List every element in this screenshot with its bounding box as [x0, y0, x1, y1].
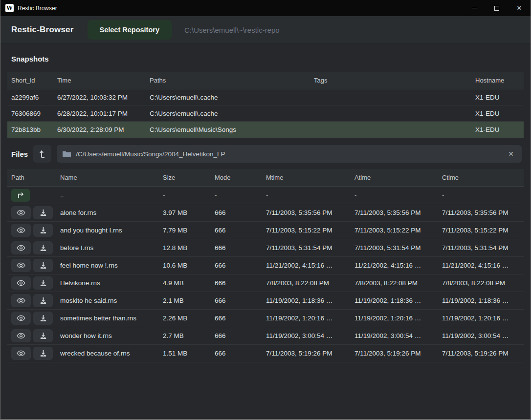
current-path-bar[interactable]: /C/Users/emuell/Music/Songs/2004_Helveti…: [57, 145, 522, 163]
file-name: moskito he said.rns: [56, 297, 159, 304]
file-mode: -: [211, 191, 262, 199]
preview-file-button[interactable]: [11, 224, 31, 237]
select-repository-button[interactable]: Select Repository: [88, 20, 172, 40]
file-atime: 7/11/2003, 5:31:54 PM: [351, 244, 438, 252]
file-atime: 11/19/2002, 3:00:54 …: [351, 332, 438, 339]
eye-icon: [17, 297, 25, 304]
file-row[interactable]: sometimes better than.rns 2.26 MB 666 11…: [7, 310, 524, 327]
parent-directory-row[interactable]: .. - - - - -: [7, 187, 524, 204]
file-size: 2.7 MB: [159, 332, 211, 339]
snapshot-time: 6/28/2022, 10:01:17 PM: [53, 110, 146, 117]
column-header-mtime: Mtime: [262, 174, 351, 181]
file-mtime: 7/11/2003, 5:19:26 PM: [262, 350, 351, 357]
file-size: 3.97 MB: [159, 209, 211, 216]
arrow-up-with-base-icon: [39, 149, 46, 158]
eye-icon: [17, 227, 25, 233]
snapshot-row-selected[interactable]: 72b813bb 6/30/2022, 2:28:09 PM C:\Users\…: [7, 122, 524, 138]
snapshot-time: 6/30/2022, 2:28:09 PM: [53, 126, 146, 133]
file-mode: 666: [211, 315, 262, 322]
download-file-button[interactable]: [33, 224, 53, 237]
go-parent-button[interactable]: [11, 189, 30, 202]
download-icon: [40, 262, 47, 269]
file-mtime: 7/11/2003, 5:15:22 PM: [262, 227, 351, 234]
column-header-short-id: Short_id: [7, 77, 53, 84]
snapshot-short-id: a2299af6: [7, 94, 53, 101]
eye-icon: [17, 280, 25, 286]
preview-file-button[interactable]: [11, 259, 31, 272]
file-size: 4.9 MB: [159, 279, 211, 287]
file-mode: 666: [211, 262, 262, 269]
file-ctime: 7/11/2003, 5:19:26 PM: [438, 350, 524, 357]
close-button[interactable]: ✕: [508, 0, 531, 16]
download-file-button[interactable]: [33, 206, 53, 219]
file-row[interactable]: and you thought I.rns 7.79 MB 666 7/11/2…: [7, 222, 524, 239]
file-row[interactable]: wrecked because of.rns 1.51 MB 666 7/11/…: [7, 345, 524, 362]
clear-path-button[interactable]: ✕: [506, 149, 516, 159]
snapshot-row[interactable]: a2299af6 6/27/2022, 10:03:32 PM C:\Users…: [7, 89, 524, 105]
file-name: ..: [56, 191, 159, 199]
preview-file-button[interactable]: [11, 276, 31, 290]
file-size: 7.79 MB: [159, 227, 211, 234]
download-file-button[interactable]: [33, 347, 53, 360]
snapshots-table-header: Short_id Time Paths Tags Hostname: [7, 72, 524, 89]
file-row[interactable]: moskito he said.rns 2.1 MB 666 11/19/200…: [7, 292, 524, 310]
file-row[interactable]: before I.rns 12.8 MB 666 7/11/2003, 5:31…: [7, 239, 524, 257]
column-header-ctime: Ctime: [438, 174, 524, 181]
download-file-button[interactable]: [33, 259, 53, 272]
snapshots-section-title: Snapshots: [11, 55, 520, 63]
download-icon: [40, 315, 47, 322]
file-ctime: 11/19/2002, 1:18:36 …: [438, 297, 524, 304]
eye-icon: [17, 245, 25, 251]
eye-icon: [17, 315, 25, 321]
minimize-button[interactable]: [463, 0, 486, 16]
download-icon: [40, 227, 47, 234]
download-file-button[interactable]: [33, 241, 53, 254]
file-mtime: 11/21/2002, 4:15:16 …: [262, 262, 351, 269]
file-row[interactable]: feel home now !.rns 10.6 MB 666 11/21/20…: [7, 257, 524, 274]
preview-file-button[interactable]: [11, 312, 31, 325]
restore-up-button[interactable]: [33, 145, 51, 163]
snapshot-short-id: 72b813bb: [7, 126, 53, 133]
close-icon: ✕: [517, 4, 522, 12]
column-header-mode: Mode: [211, 174, 262, 181]
file-row[interactable]: wonder how it.rns 2.7 MB 666 11/19/2002,…: [7, 327, 524, 345]
file-size: 2.26 MB: [159, 315, 211, 322]
minimize-icon: [472, 8, 477, 8]
files-section-title: Files: [11, 150, 28, 158]
app-title: Restic-Browser: [11, 25, 74, 35]
window-controls: ✕: [463, 0, 531, 16]
column-header-size: Size: [159, 174, 211, 181]
download-file-button[interactable]: [33, 294, 53, 307]
preview-file-button[interactable]: [11, 329, 31, 342]
close-path-icon: ✕: [508, 150, 514, 158]
preview-file-button[interactable]: [11, 206, 31, 219]
file-row[interactable]: alone for.rns 3.97 MB 666 7/11/2003, 5:3…: [7, 204, 524, 222]
column-header-time: Time: [53, 77, 146, 84]
preview-file-button[interactable]: [11, 241, 31, 254]
preview-file-button[interactable]: [11, 294, 31, 307]
snapshots-table: Short_id Time Paths Tags Hostname a2299a…: [7, 72, 524, 138]
preview-file-button[interactable]: [11, 347, 31, 360]
file-name: wonder how it.rns: [56, 332, 159, 339]
download-icon: [40, 209, 47, 216]
file-mtime: 11/19/2002, 1:18:36 …: [262, 297, 351, 304]
download-file-button[interactable]: [33, 329, 53, 342]
snapshot-row[interactable]: 76306869 6/28/2022, 10:01:17 PM C:\Users…: [7, 105, 524, 122]
download-icon: [40, 332, 47, 339]
maximize-button[interactable]: [486, 0, 508, 16]
snapshot-paths: C:\Users\emuell\.cache: [146, 94, 310, 101]
file-mode: 666: [211, 350, 262, 357]
download-file-button[interactable]: [33, 276, 53, 290]
file-atime: 11/21/2002, 4:15:16 …: [351, 262, 438, 269]
file-size: 1.51 MB: [159, 350, 211, 357]
download-file-button[interactable]: [33, 312, 53, 325]
app-logo-icon: W: [5, 4, 14, 12]
file-mode: 666: [211, 244, 262, 252]
file-ctime: -: [438, 191, 524, 199]
file-atime: 11/19/2002, 1:20:16 …: [351, 315, 438, 322]
eye-icon: [17, 333, 25, 339]
file-atime: 7/11/2003, 5:35:56 PM: [351, 209, 438, 216]
files-table-header: Path Name Size Mode Mtime Atime Ctime: [7, 169, 524, 187]
file-ctime: 7/11/2003, 5:15:22 PM: [438, 227, 524, 234]
file-row[interactable]: Helvikone.rns 4.9 MB 666 7/8/2003, 8:22:…: [7, 274, 524, 292]
